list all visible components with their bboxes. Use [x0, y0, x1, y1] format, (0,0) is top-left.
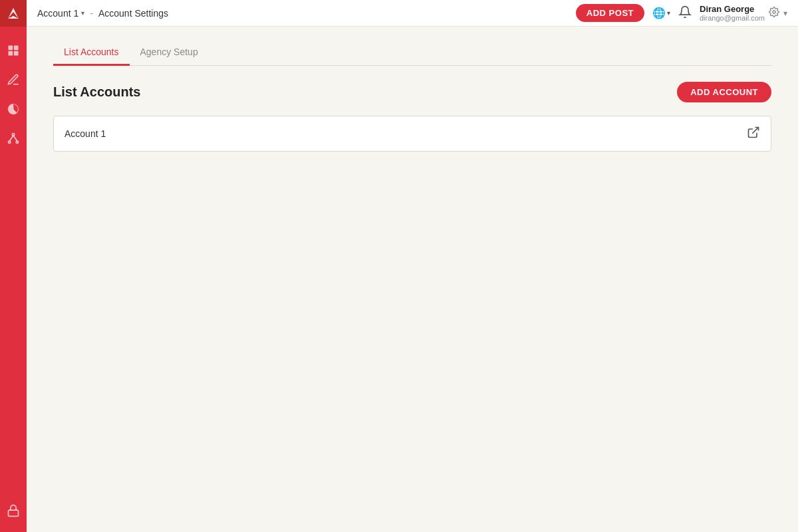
- svg-line-9: [9, 136, 13, 141]
- sidebar-item-network[interactable]: [0, 125, 27, 152]
- user-chevron-icon: ▾: [783, 9, 787, 18]
- notifications-button[interactable]: [678, 5, 692, 21]
- page-header: List Accounts ADD ACCOUNT: [53, 82, 771, 102]
- svg-rect-3: [14, 46, 19, 51]
- main-area: Account 1 ▾ - Account Settings ADD POST …: [27, 0, 798, 532]
- tab-list-accounts[interactable]: List Accounts: [53, 40, 130, 66]
- account-row[interactable]: Account 1: [54, 116, 771, 151]
- user-email: dirango@gmail.com: [700, 14, 765, 22]
- edit-icon[interactable]: [747, 126, 760, 142]
- nav-page-title: Account Settings: [98, 8, 168, 19]
- nav-separator: -: [90, 8, 93, 19]
- svg-point-12: [773, 11, 775, 13]
- svg-rect-2: [9, 46, 13, 51]
- sidebar-item-compose[interactable]: [0, 66, 27, 93]
- svg-point-7: [9, 141, 11, 143]
- add-post-button[interactable]: ADD POST: [576, 4, 644, 22]
- settings-icon[interactable]: [769, 7, 779, 20]
- account-chevron: ▾: [81, 9, 84, 17]
- svg-rect-4: [9, 51, 13, 56]
- page-title: List Accounts: [53, 84, 141, 100]
- tab-agency-setup[interactable]: Agency Setup: [130, 40, 209, 66]
- sidebar-item-share[interactable]: [0, 497, 27, 524]
- add-account-button[interactable]: ADD ACCOUNT: [677, 82, 771, 102]
- svg-line-13: [752, 128, 758, 134]
- sidebar-item-analytics[interactable]: [0, 96, 27, 122]
- tabs-bar: List Accounts Agency Setup: [53, 40, 771, 66]
- navbar: Account 1 ▾ - Account Settings ADD POST …: [27, 0, 798, 27]
- account-switcher[interactable]: Account 1 ▾: [37, 8, 84, 19]
- language-switcher[interactable]: 🌐 ▾: [652, 7, 670, 19]
- content-area: List Accounts Agency Setup List Accounts…: [27, 27, 798, 532]
- account-label: Account 1: [37, 8, 78, 19]
- svg-point-6: [12, 134, 14, 136]
- sidebar-bottom: [0, 497, 27, 527]
- svg-rect-5: [14, 51, 19, 56]
- account-name: Account 1: [65, 128, 106, 139]
- svg-rect-11: [9, 510, 19, 516]
- globe-chevron: ▾: [667, 9, 670, 17]
- svg-line-10: [13, 136, 17, 141]
- user-info: Diran George dirango@gmail.com: [700, 4, 765, 22]
- user-name: Diran George: [700, 4, 765, 14]
- account-list: Account 1: [53, 116, 771, 152]
- svg-point-8: [16, 141, 18, 143]
- user-menu[interactable]: Diran George dirango@gmail.com ▾: [700, 4, 787, 22]
- sidebar-logo[interactable]: [0, 0, 27, 27]
- sidebar-item-dashboard[interactable]: [0, 37, 27, 64]
- globe-icon: 🌐: [652, 7, 666, 19]
- sidebar: [0, 0, 27, 532]
